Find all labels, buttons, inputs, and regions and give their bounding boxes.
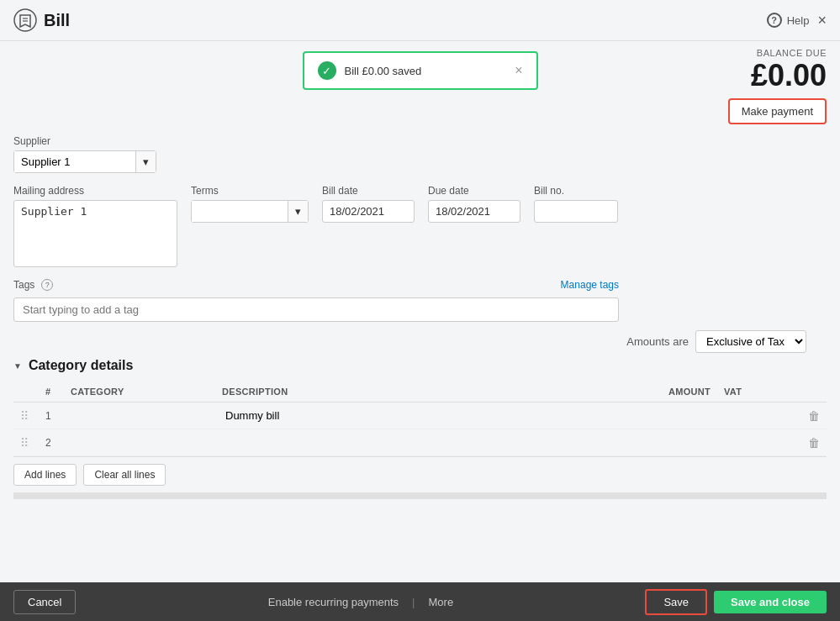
terms-input[interactable] xyxy=(192,201,288,222)
supplier-dropdown-arrow[interactable]: ▾ xyxy=(135,151,156,172)
footer-right: Save Save and close xyxy=(645,589,827,615)
amount-input-1[interactable] xyxy=(648,408,711,424)
terms-label: Terms xyxy=(191,185,309,197)
amounts-label: Amounts are xyxy=(626,335,689,348)
amounts-row: Amounts are Exclusive of Tax Inclusive o… xyxy=(13,330,827,353)
col-vat: VAT xyxy=(717,382,801,403)
top-section: ✓ Bill £0.00 saved × BALANCE DUE £0.00 M… xyxy=(13,41,827,125)
cancel-button[interactable]: Cancel xyxy=(13,590,76,614)
more-link[interactable]: More xyxy=(429,596,454,608)
category-table: # CATEGORY DESCRIPTION AMOUNT VAT ⠿ 1 xyxy=(13,382,827,456)
category-details-section: ▼ Category details # CATEGORY DESCRIPTIO… xyxy=(13,358,827,499)
row-num-2: 2 xyxy=(39,429,64,456)
vat-input-1[interactable] xyxy=(724,408,795,424)
footer: Cancel Enable recurring payments | More … xyxy=(0,582,840,621)
save-button[interactable]: Save xyxy=(645,589,707,615)
description-input-2[interactable] xyxy=(222,434,635,450)
table-row: ⠿ 1 🗑 xyxy=(13,403,827,429)
mailing-address-group: Mailing address Supplier 1 xyxy=(13,185,177,267)
bill-icon xyxy=(13,8,37,32)
category-input-1[interactable] xyxy=(71,408,209,424)
col-category: CATEGORY xyxy=(64,382,215,403)
terms-group: Terms ▾ xyxy=(191,185,309,223)
header-right: ? Help × xyxy=(767,12,827,29)
footer-center: Enable recurring payments | More xyxy=(89,596,631,608)
terms-select[interactable]: ▾ xyxy=(191,200,309,223)
make-payment-button[interactable]: Make payment xyxy=(728,98,827,124)
tags-section: Tags ? Manage tags xyxy=(13,279,619,322)
row-num-1: 1 xyxy=(39,403,64,429)
bill-no-input[interactable] xyxy=(534,200,618,223)
due-date-label: Due date xyxy=(428,185,520,197)
drag-handle-icon[interactable]: ⠿ xyxy=(20,409,29,423)
close-button[interactable]: × xyxy=(817,12,827,29)
manage-tags-link[interactable]: Manage tags xyxy=(561,279,619,291)
col-amount: AMOUNT xyxy=(642,382,717,403)
add-lines-row: Add lines Clear all lines xyxy=(13,456,827,492)
table-header-row: # CATEGORY DESCRIPTION AMOUNT VAT xyxy=(13,382,827,403)
category-input-2[interactable] xyxy=(71,434,209,450)
header: Bill ? Help × xyxy=(0,0,840,41)
content-area: ✓ Bill £0.00 saved × BALANCE DUE £0.00 M… xyxy=(0,41,840,582)
drag-handle-icon[interactable]: ⠿ xyxy=(20,436,29,450)
category-details-header: ▼ Category details xyxy=(13,358,827,373)
amounts-select[interactable]: Exclusive of Tax Inclusive of Tax No Tax xyxy=(695,330,806,353)
bill-no-group: Bill no. xyxy=(534,185,618,223)
supplier-input[interactable] xyxy=(14,151,135,172)
form-details-row: Mailing address Supplier 1 Terms ▾ Bill … xyxy=(13,185,827,267)
tags-input[interactable] xyxy=(13,297,619,322)
balance-section: BALANCE DUE £0.00 Make payment xyxy=(728,48,827,124)
horizontal-scrollbar[interactable] xyxy=(13,492,827,499)
supplier-section: Supplier ▾ Mailing address Supplier 1 Te… xyxy=(13,125,827,322)
due-date-group: Due date xyxy=(428,185,520,223)
mailing-address-input[interactable]: Supplier 1 xyxy=(13,200,177,267)
col-num: # xyxy=(39,382,64,403)
header-left: Bill xyxy=(13,8,70,32)
vat-input-2[interactable] xyxy=(724,434,795,450)
supplier-group: Supplier ▾ xyxy=(13,135,827,173)
tags-row: Tags ? Manage tags xyxy=(13,279,619,291)
bill-date-label: Bill date xyxy=(322,185,415,197)
tags-label: Tags xyxy=(13,279,34,291)
balance-amount: £0.00 xyxy=(728,58,827,93)
enable-recurring-link[interactable]: Enable recurring payments xyxy=(268,596,399,608)
help-label[interactable]: Help xyxy=(787,14,810,27)
tags-help-icon[interactable]: ? xyxy=(41,279,53,291)
page-title: Bill xyxy=(44,11,70,30)
col-description: DESCRIPTION xyxy=(215,382,642,403)
delete-row-1-icon[interactable]: 🗑 xyxy=(808,409,820,423)
amount-input-2[interactable] xyxy=(648,434,711,450)
bill-date-group: Bill date xyxy=(322,185,415,223)
collapse-icon[interactable]: ▼ xyxy=(13,361,22,371)
help-icon: ? xyxy=(767,13,782,28)
notification-close-button[interactable]: × xyxy=(515,63,522,78)
table-wrapper: # CATEGORY DESCRIPTION AMOUNT VAT ⠿ 1 xyxy=(13,382,827,499)
col-delete xyxy=(801,382,827,403)
mailing-address-label: Mailing address xyxy=(13,185,177,197)
due-date-input[interactable] xyxy=(428,200,520,223)
delete-row-2-icon[interactable]: 🗑 xyxy=(808,436,820,450)
bill-no-label: Bill no. xyxy=(534,185,618,197)
clear-all-lines-button[interactable]: Clear all lines xyxy=(83,464,166,486)
terms-dropdown-arrow[interactable]: ▾ xyxy=(288,201,308,222)
table-row: ⠿ 2 🗑 xyxy=(13,429,827,456)
col-drag xyxy=(13,382,39,403)
balance-label: BALANCE DUE xyxy=(728,48,827,58)
description-input-1[interactable] xyxy=(222,408,635,424)
add-lines-button[interactable]: Add lines xyxy=(13,464,77,486)
svg-point-0 xyxy=(14,9,36,31)
notification-banner: ✓ Bill £0.00 saved × xyxy=(303,51,538,90)
category-details-title: Category details xyxy=(29,358,133,373)
bill-date-input[interactable] xyxy=(322,200,415,223)
supplier-select[interactable]: ▾ xyxy=(13,150,156,173)
success-check-icon: ✓ xyxy=(318,61,336,80)
footer-divider: | xyxy=(412,596,415,608)
notification-message: Bill £0.00 saved xyxy=(345,65,422,77)
notification-wrapper: ✓ Bill £0.00 saved × xyxy=(13,41,827,53)
save-and-close-button[interactable]: Save and close xyxy=(714,591,827,613)
supplier-label: Supplier xyxy=(13,135,827,147)
